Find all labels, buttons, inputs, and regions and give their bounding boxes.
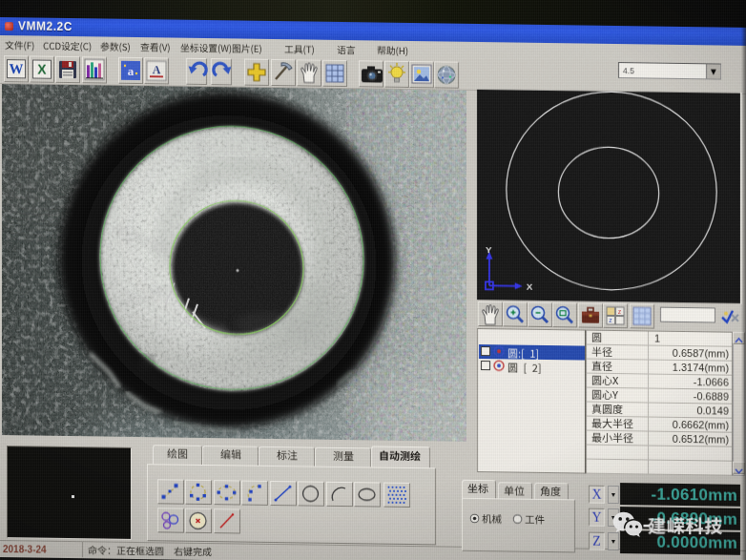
svg-text:A: A xyxy=(153,63,161,76)
svg-text:a: a xyxy=(128,64,135,78)
svg-text:z: z xyxy=(609,317,612,323)
svg-text:X: X xyxy=(527,281,533,292)
svg-text:Y: Y xyxy=(486,244,492,255)
svg-text:z: z xyxy=(618,308,622,315)
